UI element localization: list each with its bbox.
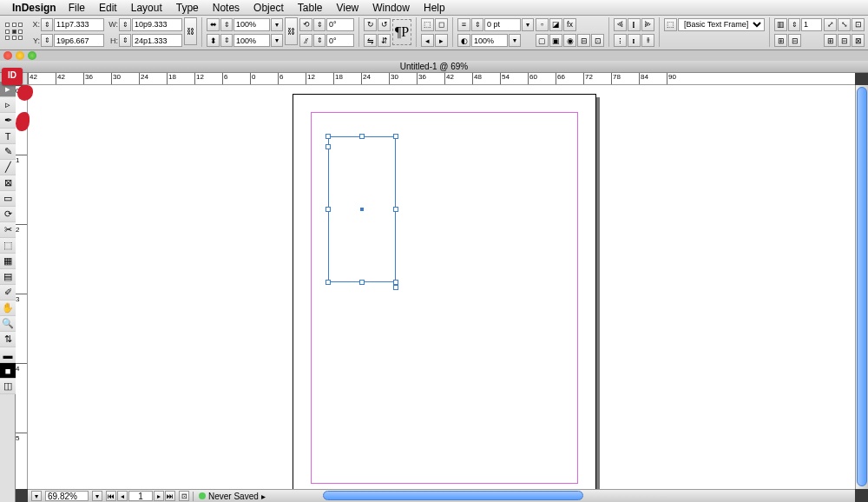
apply-color-icon[interactable]: ■ <box>0 363 16 379</box>
text-wrap-bbox-icon[interactable]: ▣ <box>549 34 562 47</box>
y-input[interactable] <box>54 34 104 47</box>
align-left-icon[interactable]: ⫷ <box>614 18 627 31</box>
canvas[interactable] <box>28 85 855 489</box>
center-point-icon[interactable] <box>360 208 364 211</box>
w-stepper[interactable]: ⇕ <box>119 18 131 31</box>
scale-y-input[interactable] <box>233 34 270 47</box>
shear-input[interactable] <box>326 34 354 47</box>
select-content-icon[interactable]: ◻ <box>435 18 448 31</box>
vertical-scrollbar[interactable] <box>855 85 868 489</box>
constrain-scale-icon[interactable]: ⛓ <box>285 17 298 45</box>
object-style-select[interactable]: [Basic Text Frame] <box>678 18 765 31</box>
line-tool[interactable]: ╱ <box>0 160 16 175</box>
menu-file[interactable]: File <box>69 2 85 14</box>
rotate-cw-icon[interactable]: ↻ <box>364 18 377 31</box>
prev-object-icon[interactable]: ◂ <box>421 34 434 47</box>
view-mode-icon[interactable]: ◫ <box>0 379 16 394</box>
page-number-input[interactable] <box>128 491 153 501</box>
w-input[interactable] <box>132 18 182 31</box>
align-bottom-icon[interactable]: ⫵ <box>641 34 654 47</box>
type-tool[interactable]: T <box>0 129 16 144</box>
text-wrap-column-icon[interactable]: ⊡ <box>591 34 604 47</box>
scale-x-input[interactable] <box>233 18 270 31</box>
pasteboard[interactable] <box>28 85 855 489</box>
eyedropper-tool[interactable]: ✐ <box>0 285 16 301</box>
opacity-input[interactable] <box>471 34 508 47</box>
close-window-icon[interactable] <box>3 51 12 60</box>
in-port-icon[interactable] <box>326 144 331 149</box>
menu-notes[interactable]: Notes <box>213 2 240 14</box>
open-icon[interactable]: ⊡ <box>179 491 189 501</box>
h-stepper[interactable]: ⇕ <box>119 34 131 47</box>
horizontal-scrollbar[interactable] <box>321 489 855 502</box>
menu-edit[interactable]: Edit <box>99 2 117 14</box>
zoom-tool[interactable]: 🔍 <box>0 316 16 332</box>
scroll-thumb[interactable] <box>323 491 583 500</box>
flip-v-icon[interactable]: ⇵ <box>378 34 391 47</box>
text-wrap-shape-icon[interactable]: ◉ <box>563 34 576 47</box>
handle-bottom-center[interactable] <box>359 280 365 285</box>
first-page-button[interactable]: ⏮ <box>106 491 116 501</box>
rotate-ccw-icon[interactable]: ↺ <box>378 18 391 31</box>
menu-type[interactable]: Type <box>176 2 199 14</box>
align-top-icon[interactable]: ⫶ <box>614 34 627 47</box>
scissors-tool[interactable]: ✂ <box>0 222 16 238</box>
horizontal-ruler[interactable]: 4242363024181260612182430364248546066727… <box>28 73 855 85</box>
text-wrap-jump-icon[interactable]: ⊟ <box>577 34 590 47</box>
zoom-dropdown-icon[interactable]: ▾ <box>92 491 102 501</box>
menu-window[interactable]: Window <box>372 2 410 14</box>
handle-mid-left[interactable] <box>326 207 331 212</box>
rotate-input[interactable] <box>326 18 354 31</box>
zoom-menu-icon[interactable]: ▾ <box>31 491 42 501</box>
handle-mid-right[interactable] <box>393 207 398 212</box>
align-right-icon[interactable]: ⫸ <box>641 18 654 31</box>
constrain-wh-icon[interactable]: ⛓ <box>184 17 197 45</box>
formatting-affects-icon[interactable]: ▬ <box>0 347 16 363</box>
note-tool[interactable]: ▤ <box>0 269 16 285</box>
pencil-tool[interactable]: ✎ <box>0 144 16 160</box>
handle-top-right[interactable] <box>393 134 398 139</box>
hand-tool[interactable]: ✋ <box>0 301 16 316</box>
next-page-button[interactable]: ▸ <box>154 491 164 501</box>
fit-content-icon[interactable]: ⤢ <box>824 18 837 31</box>
select-container-icon[interactable]: ⬚ <box>421 18 434 31</box>
next-object-icon[interactable]: ▸ <box>435 34 448 47</box>
prev-page-button[interactable]: ◂ <box>117 491 128 501</box>
effects-icon[interactable]: ▫ <box>536 18 549 31</box>
menu-view[interactable]: View <box>336 2 358 14</box>
menu-layout[interactable]: Layout <box>131 2 162 14</box>
menu-help[interactable]: Help <box>424 2 445 14</box>
fitting-icon[interactable]: ⊞ <box>774 34 787 47</box>
fx-icon[interactable]: fx <box>563 18 576 31</box>
handle-bottom-left[interactable] <box>326 280 331 285</box>
reference-point[interactable] <box>3 21 26 43</box>
y-stepper[interactable]: ⇕ <box>41 34 53 47</box>
zoom-window-icon[interactable] <box>28 51 36 60</box>
fill-stroke-swap-icon[interactable]: ⇅ <box>0 332 16 347</box>
h-input[interactable] <box>132 34 182 47</box>
rectangle-frame-tool[interactable]: ⊠ <box>0 175 16 191</box>
menu-object[interactable]: Object <box>253 2 284 14</box>
zoom-input[interactable] <box>45 491 89 501</box>
handle-top-center[interactable] <box>359 134 365 139</box>
page[interactable] <box>293 94 596 489</box>
flip-h-icon[interactable]: ⇋ <box>364 34 377 47</box>
app-name[interactable]: InDesign <box>12 2 56 14</box>
x-input[interactable] <box>54 18 104 31</box>
direct-selection-tool[interactable]: ▹ <box>0 97 16 113</box>
x-stepper[interactable]: ⇕ <box>41 18 53 31</box>
selected-frame[interactable] <box>328 136 396 282</box>
pen-tool[interactable]: ✒ <box>0 113 16 129</box>
free-transform-tool[interactable]: ⬚ <box>0 238 16 254</box>
handle-top-left[interactable] <box>326 134 331 139</box>
menu-table[interactable]: Table <box>298 2 323 14</box>
columns-input[interactable] <box>801 18 822 31</box>
minimize-window-icon[interactable] <box>16 51 24 60</box>
rectangle-tool[interactable]: ▭ <box>0 191 16 207</box>
align-middle-icon[interactable]: ⫾ <box>628 34 641 47</box>
scroll-thumb[interactable] <box>857 87 867 486</box>
save-status[interactable]: Never Saved ▸ <box>193 492 266 501</box>
stroke-input[interactable] <box>484 18 521 31</box>
paragraph-formatting-icon[interactable]: ¶P <box>392 19 411 45</box>
text-wrap-none-icon[interactable]: ▢ <box>536 34 549 47</box>
